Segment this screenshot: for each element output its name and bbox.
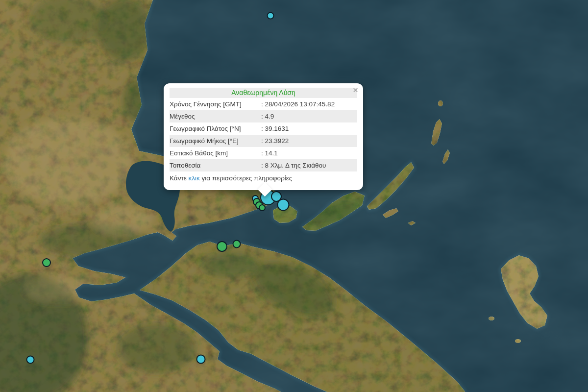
footer-suffix: για περισσότερες πληροφορίες bbox=[200, 174, 293, 182]
footer-prefix: Κάντε bbox=[170, 174, 189, 182]
earthquake-marker[interactable] bbox=[278, 199, 289, 211]
map-root: × Αναθεωρημένη Λύση Χρόνος Γέννησης [GMT… bbox=[0, 0, 588, 392]
row-value: : 23.3922 bbox=[261, 135, 357, 147]
map-canvas[interactable] bbox=[0, 0, 588, 392]
popup-footer: Κάντε κλικ για περισσότερες πληροφορίες bbox=[170, 172, 357, 184]
popup-row: Χρόνος Γέννησης [GMT]: 28/04/2026 13:07:… bbox=[170, 98, 357, 110]
row-label: Γεωγραφικό Πλάτος [°N] bbox=[170, 122, 261, 135]
row-value: : 4.9 bbox=[261, 110, 357, 122]
popup-row: Εστιακό Βάθος [km]: 14.1 bbox=[170, 147, 357, 159]
popup-rows: Χρόνος Γέννησης [GMT]: 28/04/2026 13:07:… bbox=[170, 98, 357, 172]
earthquake-popup: × Αναθεωρημένη Λύση Χρόνος Γέννησης [GMT… bbox=[164, 83, 363, 190]
earthquake-marker[interactable] bbox=[259, 205, 265, 211]
earthquake-marker[interactable] bbox=[268, 13, 274, 19]
row-label: Γεωγραφικό Μήκος [°E] bbox=[170, 135, 261, 147]
earthquake-marker[interactable] bbox=[197, 355, 205, 364]
row-value: : 14.1 bbox=[261, 147, 357, 159]
popup-title: Αναθεωρημένη Λύση bbox=[170, 88, 357, 98]
islet bbox=[489, 317, 494, 320]
row-label: Εστιακό Βάθος [km] bbox=[170, 147, 261, 159]
popup-row: Γεωγραφικό Μήκος [°E]: 23.3922 bbox=[170, 135, 357, 147]
earthquake-marker[interactable] bbox=[43, 259, 50, 267]
more-info-link[interactable]: κλικ bbox=[189, 174, 200, 182]
row-value: : 39.1631 bbox=[261, 122, 357, 135]
row-value: : 8 Χλμ. Δ της Σκιάθου bbox=[261, 159, 357, 172]
popup-row: Μέγεθος: 4.9 bbox=[170, 110, 357, 122]
row-label: Χρόνος Γέννησης [GMT] bbox=[170, 98, 261, 110]
row-value: : 28/04/2026 13:07:45.82 bbox=[261, 98, 357, 110]
popup-row: Γεωγραφικό Πλάτος [°N]: 39.1631 bbox=[170, 122, 357, 135]
earthquake-marker[interactable] bbox=[233, 241, 241, 248]
islet bbox=[438, 100, 443, 106]
close-icon[interactable]: × bbox=[352, 84, 359, 96]
popup-row: Τοποθεσία: 8 Χλμ. Δ της Σκιάθου bbox=[170, 159, 357, 172]
row-label: Μέγεθος bbox=[170, 110, 261, 122]
row-label: Τοποθεσία bbox=[170, 159, 261, 172]
earthquake-marker[interactable] bbox=[217, 242, 227, 251]
islet bbox=[515, 339, 521, 343]
earthquake-marker[interactable] bbox=[27, 356, 34, 364]
